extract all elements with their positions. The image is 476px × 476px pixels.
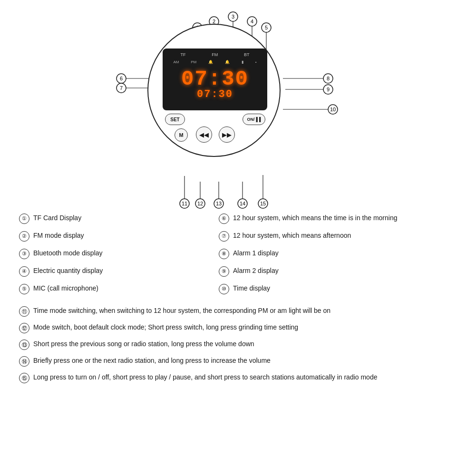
text-13: Short press the previous song or radio s… — [33, 339, 254, 349]
svg-point-39 — [238, 199, 247, 208]
label-bt: BT — [244, 52, 250, 57]
legend-item-9: ⑨ Alarm 2 display — [219, 266, 457, 277]
label-fm: FM — [212, 52, 218, 57]
svg-text:9: 9 — [327, 87, 330, 92]
text-1: TF Card Display — [33, 213, 81, 223]
legend-item-5: ⑤ MIC (call microphone) — [19, 283, 219, 294]
lcd-time-sub: 07:30 — [197, 89, 233, 100]
badge-2: ② — [19, 231, 29, 242]
svg-text:8: 8 — [327, 76, 330, 81]
badge-9: ⑨ — [219, 266, 229, 277]
text-5: MIC (call microphone) — [33, 283, 98, 293]
text-12: Mode switch, boot default clock mode; Sh… — [33, 322, 298, 332]
lcd-display: TF FM BT AM PM 🔔 🔔 ▮ • 07:30 07:30 — [163, 49, 267, 110]
badge-10: ⑩ — [219, 284, 229, 294]
lcd-time-main: 07:30 — [181, 68, 249, 89]
svg-point-33 — [195, 199, 205, 208]
text-14: Briefly press one or the next radio stat… — [33, 356, 271, 366]
badge-15: ⑮ — [19, 373, 29, 383]
button-next[interactable]: ▶▶ — [219, 126, 235, 143]
button-set[interactable]: SET — [165, 114, 185, 125]
badge-6: ⑥ — [219, 214, 229, 224]
text-15: Long press to turn on / off, short press… — [33, 372, 377, 382]
svg-text:11: 11 — [182, 201, 187, 206]
legend-item-11: ⑪ Time mode switching, when switching to… — [19, 306, 457, 317]
badge-4: ④ — [19, 266, 29, 277]
legend-item-8: ⑧ Alarm 1 display — [219, 248, 457, 259]
svg-text:7: 7 — [120, 85, 123, 91]
legend-pairs-row: ① TF Card Display ② FM mode display ③ Bl… — [19, 213, 457, 301]
legend-right-col: ⑥ 12 hour system, which means the time i… — [219, 213, 457, 301]
svg-point-30 — [180, 199, 189, 208]
text-7: 12 hour system, which means afternoon — [233, 231, 351, 241]
svg-text:10: 10 — [330, 107, 336, 112]
legend-item-13: ⑬ Short press the previous song or radio… — [19, 339, 457, 350]
legend-item-6: ⑥ 12 hour system, which means the time i… — [219, 213, 457, 224]
icon-dot: • — [255, 60, 257, 64]
page: 1 2 3 4 5 6 7 — [0, 0, 476, 476]
badge-11: ⑪ — [19, 306, 29, 317]
badge-3: ③ — [19, 249, 29, 259]
label-tf: TF — [180, 52, 185, 57]
text-2: FM mode display — [33, 231, 84, 241]
label-pm: PM — [191, 60, 196, 64]
text-10: Time display — [233, 283, 270, 293]
button-on-pause[interactable]: ON/▐▐ — [243, 114, 265, 125]
text-8: Alarm 1 display — [233, 248, 279, 258]
svg-point-24 — [323, 85, 333, 94]
svg-text:14: 14 — [240, 201, 245, 206]
icon-alarm2: 🔔 — [225, 60, 230, 64]
badge-5: ⑤ — [19, 284, 29, 294]
svg-text:13: 13 — [216, 201, 222, 206]
lcd-labels: TF FM BT — [167, 52, 262, 57]
svg-point-18 — [117, 83, 126, 93]
svg-point-15 — [117, 74, 126, 83]
svg-text:5: 5 — [265, 25, 268, 30]
text-9: Alarm 2 display — [233, 266, 279, 276]
icon-alarm1: 🔔 — [208, 60, 213, 64]
text-3: Bluetooth mode display — [33, 248, 103, 258]
badge-1: ① — [19, 214, 29, 224]
legend-item-7: ⑦ 12 hour system, which means afternoon — [219, 231, 457, 242]
svg-point-36 — [214, 199, 223, 208]
svg-point-27 — [328, 105, 338, 114]
label-am: AM — [173, 60, 179, 64]
legend-item-3: ③ Bluetooth mode display — [19, 248, 219, 259]
svg-point-42 — [258, 199, 268, 208]
legend-item-10: ⑩ Time display — [219, 283, 457, 294]
svg-point-6 — [228, 12, 238, 21]
text-11: Time mode switching, when switching to 1… — [33, 306, 330, 316]
legend-item-12: ⑫ Mode switch, boot default clock mode; … — [19, 322, 457, 333]
svg-text:15: 15 — [260, 201, 266, 206]
legend-area: ① TF Card Display ② FM mode display ③ Bl… — [19, 213, 457, 389]
badge-13: ⑬ — [19, 340, 29, 350]
svg-text:3: 3 — [232, 14, 234, 19]
button-prev[interactable]: ◀◀ — [196, 126, 212, 143]
icon-battery: ▮ — [242, 60, 243, 64]
badge-7: ⑦ — [219, 231, 229, 242]
legend-item-14: ⑭ Briefly press one or the next radio st… — [19, 356, 457, 367]
diagram-area: 1 2 3 4 5 6 7 — [0, 5, 476, 214]
badge-12: ⑫ — [19, 323, 29, 333]
svg-text:12: 12 — [197, 201, 203, 206]
legend-item-4: ④ Electric quantity display — [19, 266, 219, 277]
legend-left-col: ① TF Card Display ② FM mode display ③ Bl… — [19, 213, 219, 301]
text-6: 12 hour system, which means the time is … — [233, 213, 398, 223]
legend-item-1: ① TF Card Display — [19, 213, 219, 224]
badge-8: ⑧ — [219, 249, 229, 259]
button-m[interactable]: M — [175, 128, 188, 142]
svg-point-12 — [262, 23, 271, 32]
text-4: Electric quantity display — [33, 266, 103, 276]
svg-text:6: 6 — [120, 76, 123, 81]
legend-item-2: ② FM mode display — [19, 231, 219, 242]
svg-text:4: 4 — [251, 19, 253, 24]
lcd-icons-row: AM PM 🔔 🔔 ▮ • — [167, 60, 262, 64]
badge-14: ⑭ — [19, 356, 29, 367]
svg-point-9 — [247, 17, 257, 26]
legend-item-15: ⑮ Long press to turn on / off, short pre… — [19, 372, 457, 383]
clock-circle: TF FM BT AM PM 🔔 🔔 ▮ • 07:30 07:30 — [147, 24, 281, 157]
svg-point-21 — [323, 74, 333, 83]
